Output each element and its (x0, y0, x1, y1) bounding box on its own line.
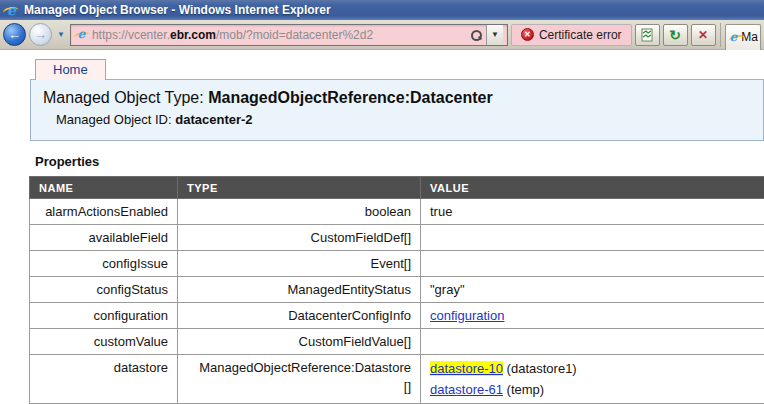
chevron-down-icon: ▼ (491, 30, 499, 39)
object-id-label: Managed Object ID: (56, 112, 172, 127)
chevron-down-icon: ▼ (57, 30, 65, 39)
forward-arrow-icon: → (34, 27, 47, 42)
certificate-error-badge[interactable]: ✕ Certificate error (511, 24, 632, 46)
security-shield-error-icon: ✕ (521, 28, 534, 41)
url-text[interactable]: https://vcenter.ebr.com/mob/?moid=datace… (92, 28, 466, 42)
prop-value (421, 225, 764, 251)
prop-value: true (421, 199, 764, 225)
recent-pages-dropdown[interactable]: ▼ (55, 30, 67, 39)
prop-name: configStatus (30, 277, 178, 303)
table-row: customValue CustomFieldValue[] (30, 329, 764, 355)
prop-name: configuration (30, 303, 178, 329)
prop-value: datastore-10 (datastore1) datastore-61 (… (421, 355, 764, 404)
datastore-10-label: (datastore1) (503, 361, 577, 376)
managed-object-type-line: Managed Object Type: ManagedObjectRefere… (43, 89, 751, 107)
stop-icon: ✕ (698, 29, 708, 41)
window-title: Managed Object Browser - Windows Interne… (24, 3, 331, 17)
prop-name: availableField (30, 225, 178, 251)
object-id-value: datacenter-2 (175, 112, 252, 127)
managed-object-id-line: Managed Object ID: datacenter-2 (56, 112, 751, 127)
prop-name: alarmActionsEnabled (30, 199, 178, 225)
prop-type: ManagedObjectReference:Datastore [] (178, 355, 421, 404)
managed-object-header: Managed Object Type: ManagedObjectRefere… (30, 79, 764, 141)
table-row: configStatus ManagedEntityStatus "gray" (30, 277, 764, 303)
refresh-icon: ↻ (669, 28, 681, 42)
table-row: availableField CustomFieldDef[] (30, 225, 764, 251)
address-bar[interactable]: e https://vcenter.ebr.com/mob/?moid=data… (70, 24, 508, 46)
window-titlebar: e Managed Object Browser - Windows Inter… (0, 0, 764, 20)
back-arrow-icon: ← (8, 27, 21, 42)
prop-value: "gray" (421, 277, 764, 303)
properties-section-title: Properties (35, 154, 764, 169)
toolbar-divider (720, 23, 721, 47)
stop-button[interactable]: ✕ (691, 24, 716, 46)
home-tab[interactable]: Home (35, 59, 106, 80)
back-button[interactable]: ← (3, 23, 26, 46)
prop-name: configIssue (30, 251, 178, 277)
prop-type: ManagedEntityStatus (178, 277, 421, 303)
prop-type: Event[] (178, 251, 421, 277)
prop-type: CustomFieldDef[] (178, 225, 421, 251)
prop-value (421, 329, 764, 355)
column-header-value: VALUE (421, 177, 764, 199)
object-type-label: Managed Object Type: (43, 89, 204, 106)
ie-logo-icon: e (4, 3, 19, 18)
site-favicon-ie-icon: e (75, 28, 88, 41)
prop-value (421, 251, 764, 277)
compatibility-view-button[interactable] (635, 24, 660, 46)
certificate-error-label: Certificate error (539, 28, 622, 42)
address-dropdown-button[interactable]: ▼ (486, 25, 503, 45)
datastore-10-link[interactable]: datastore-10 (430, 361, 503, 376)
column-header-type: TYPE (178, 177, 421, 199)
table-row: alarmActionsEnabled boolean true (30, 199, 764, 225)
column-header-name: NAME (30, 177, 178, 199)
prop-type: CustomFieldValue[] (178, 329, 421, 355)
properties-table: NAME TYPE VALUE alarmActionsEnabled bool… (29, 176, 764, 404)
prop-type: DatacenterConfigInfo (178, 303, 421, 329)
compatibility-page-icon (640, 28, 654, 42)
object-type-value: ManagedObjectReference:Datacenter (208, 89, 493, 106)
table-row: configuration DatacenterConfigInfo confi… (30, 303, 764, 329)
tab-ie-icon: e (730, 31, 738, 44)
table-row: configIssue Event[] (30, 251, 764, 277)
prop-type: boolean (178, 199, 421, 225)
datastore-61-link[interactable]: datastore-61 (430, 382, 503, 397)
datastore-61-label: (temp) (503, 382, 544, 397)
prop-name: customValue (30, 329, 178, 355)
configuration-link[interactable]: configuration (430, 308, 504, 323)
table-header-row: NAME TYPE VALUE (30, 177, 764, 199)
prop-name: datastore (30, 355, 178, 404)
search-icon[interactable] (470, 29, 482, 41)
page-content: Home Managed Object Type: ManagedObjectR… (0, 50, 764, 404)
table-row: datastore ManagedObjectReference:Datasto… (30, 355, 764, 404)
prop-value: configuration (421, 303, 764, 329)
forward-button[interactable]: → (29, 23, 52, 46)
properties-table-container: NAME TYPE VALUE alarmActionsEnabled bool… (29, 176, 764, 404)
navigation-bar: ← → ▼ e https://vcenter.ebr.com/mob/?moi… (0, 20, 764, 50)
refresh-button[interactable]: ↻ (663, 24, 688, 46)
browser-tab[interactable]: e Ma (725, 24, 761, 50)
